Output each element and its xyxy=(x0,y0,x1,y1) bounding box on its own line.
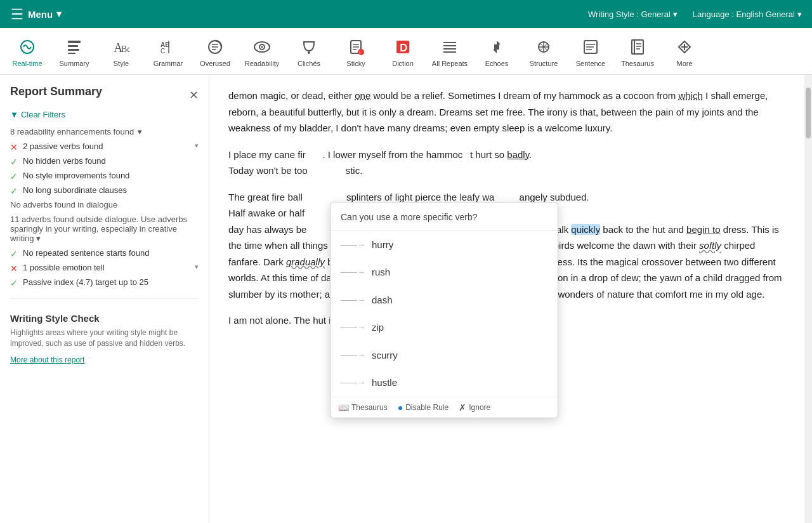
svg-text:D: D xyxy=(400,42,407,54)
language-chevron: ▾ xyxy=(797,10,802,19)
ignore-button[interactable]: ✗ Ignore xyxy=(459,402,490,413)
toolbar-grammar[interactable]: AB C Grammar xyxy=(146,31,190,72)
popup-item-zip[interactable]: ——→ zip xyxy=(331,314,558,341)
close-sidebar-button[interactable]: ✕ xyxy=(189,88,199,102)
fail-icon-emotion: ✕ xyxy=(10,263,18,274)
pass-icon-repeated: ✓ xyxy=(10,249,18,259)
svg-text:Bc: Bc xyxy=(121,44,130,54)
passive-verbs-text: 2 passive verbs found xyxy=(23,142,190,151)
check-hidden-verbs: ✓ No hidden verbs found xyxy=(10,156,199,167)
style-improvements-text: No style improvements found xyxy=(23,171,199,180)
popup-footer: 📖 Thesaurus ● Disable Rule ✗ Ignore xyxy=(331,397,558,418)
more-about-report-link[interactable]: More about this report xyxy=(10,355,84,364)
toolbar-structure[interactable]: Structure xyxy=(521,31,566,72)
check-style-improvements: ✓ No style improvements found xyxy=(10,171,199,182)
check-passive-verbs: ✕ 2 passive verbs found ▾ xyxy=(10,142,199,152)
no-adverbs-dialogue: No adverbs found in dialogue xyxy=(10,200,199,209)
popup-item-hustle[interactable]: ——→ hustle xyxy=(331,369,558,397)
emotion-tell-dropdown[interactable]: ▾ xyxy=(195,263,199,271)
hidden-verbs-text: No hidden verbs found xyxy=(23,156,199,166)
suggestion-rush: rush xyxy=(372,264,390,281)
popup-item-rush[interactable]: ——→ rush xyxy=(331,258,558,286)
arrow-scurry: ——→ xyxy=(341,348,365,362)
thesaurus-footer-button[interactable]: 📖 Thesaurus xyxy=(338,402,388,413)
text-p2-c: stic. xyxy=(346,165,363,176)
word-one: one xyxy=(355,90,370,101)
toolbar-realtime[interactable]: Real-time xyxy=(5,31,49,72)
svg-rect-1 xyxy=(68,41,81,43)
toolbar-allrepeats[interactable]: All Repeats xyxy=(428,31,472,72)
text-visible-p2: . I lower myself from the hammoc xyxy=(322,149,462,160)
word-badly: badly xyxy=(507,149,529,160)
readability-section-header[interactable]: 8 readability enhancements found ▾ xyxy=(10,127,199,136)
svg-rect-27 xyxy=(494,44,499,50)
logo-icon xyxy=(10,7,24,21)
toolbar-overused[interactable]: Overused xyxy=(193,31,237,72)
word-which: which xyxy=(679,90,703,101)
adverbs-outside-dialogue: 11 adverbs found outside dialogue. Use a… xyxy=(10,215,199,243)
text-p3-a: splinters of light pierce the leafy wa xyxy=(346,192,494,202)
sidebar: Report Summary ✕ ▼ Clear Filters 8 reada… xyxy=(0,75,209,523)
popup-item-scurry[interactable]: ——→ scurry xyxy=(331,341,558,369)
toolbar-echoes[interactable]: Echoes xyxy=(475,31,519,72)
disable-rule-icon: ● xyxy=(398,402,403,413)
toolbar-thesaurus[interactable]: Thesaurus xyxy=(615,31,660,72)
cliches-icon xyxy=(298,36,320,58)
echoes-icon xyxy=(485,36,508,58)
cliches-label: Clichés xyxy=(298,60,320,67)
suggestion-popup: Can you use a more specific verb? ——→ hu… xyxy=(330,202,558,418)
toolbar-readability[interactable]: Readability xyxy=(240,31,284,72)
svg-rect-3 xyxy=(68,49,79,51)
realtime-icon xyxy=(16,36,39,58)
style-icon: A Bc xyxy=(110,36,133,58)
diction-label: Diction xyxy=(392,60,414,67)
svg-point-13 xyxy=(261,46,263,48)
popup-item-hurry[interactable]: ——→ hurry xyxy=(331,231,558,259)
menu-label: Menu xyxy=(28,9,53,20)
check-emotion-tell: ✕ 1 possible emotion tell ▾ xyxy=(10,263,199,274)
paragraph-1: demon magic, or dead, either one would b… xyxy=(228,88,785,136)
writing-style-selector[interactable]: Writing Style : General ▾ xyxy=(588,10,678,19)
check-subordinate: ✓ No long subordinate clauses xyxy=(10,185,199,196)
arrow-hustle: ——→ xyxy=(341,376,365,390)
thesaurus-footer-label: Thesaurus xyxy=(351,403,388,412)
toolbar-sentence[interactable]: Sentence xyxy=(568,31,613,72)
text-p2-b: t hurt so badly. xyxy=(470,149,532,160)
pass-icon-subordinate: ✓ xyxy=(10,186,18,196)
disable-rule-button[interactable]: ● Disable Rule xyxy=(398,402,449,413)
thesaurus-footer-icon: 📖 xyxy=(338,402,349,413)
content-area: demon magic, or dead, either one would b… xyxy=(209,75,804,523)
realtime-label: Real-time xyxy=(12,60,42,67)
scrollbar-thumb[interactable] xyxy=(806,88,811,138)
arrow-dash: ——→ xyxy=(341,293,365,307)
scrollbar[interactable] xyxy=(804,75,812,523)
toolbar-sticky[interactable]: ! Sticky xyxy=(334,31,378,72)
svg-text:!: ! xyxy=(359,50,361,56)
adverbs-dropdown-icon[interactable]: ▾ xyxy=(36,234,41,243)
grammar-icon: AB C xyxy=(157,36,180,58)
toolbar-diction[interactable]: D Diction xyxy=(381,31,425,72)
pass-icon-passive-index: ✓ xyxy=(10,278,18,288)
svg-point-14 xyxy=(308,51,310,54)
ignore-label: Ignore xyxy=(469,403,490,412)
toolbar-style[interactable]: A Bc Style xyxy=(99,31,143,72)
ignore-icon: ✗ xyxy=(459,402,466,413)
toolbar-summary[interactable]: Summary xyxy=(52,31,96,72)
passive-index-text: Passive index (4.7) target up to 25 xyxy=(23,277,199,287)
style-label: Style xyxy=(114,60,129,67)
toolbar: Real-time Summary A Bc Style AB C xyxy=(0,28,812,75)
readability-dropdown-icon: ▾ xyxy=(138,127,142,136)
subordinate-text: No long subordinate clauses xyxy=(23,185,199,195)
toolbar-cliches[interactable]: Clichés xyxy=(287,31,331,72)
menu-chevron: ▾ xyxy=(56,8,62,20)
toolbar-more[interactable]: More xyxy=(662,31,707,72)
passive-verbs-dropdown[interactable]: ▾ xyxy=(195,142,199,150)
overused-label: Overused xyxy=(200,60,230,67)
topbar: Menu ▾ Writing Style : General ▾ Languag… xyxy=(0,0,812,28)
filter-icon: ▼ xyxy=(10,110,18,119)
clear-filters-link[interactable]: ▼ Clear Filters xyxy=(10,110,199,119)
popup-item-dash[interactable]: ——→ dash xyxy=(331,286,558,314)
language-selector[interactable]: Language : English General ▾ xyxy=(693,10,802,19)
readability-label: Readability xyxy=(245,60,279,67)
menu-area[interactable]: Menu ▾ xyxy=(10,7,62,21)
